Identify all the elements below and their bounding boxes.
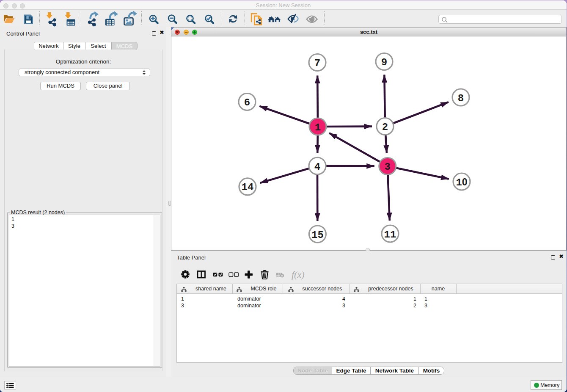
svg-text:6: 6 xyxy=(244,97,250,108)
svg-text:4: 4 xyxy=(314,161,320,173)
svg-text:11: 11 xyxy=(384,229,396,240)
svg-text:8: 8 xyxy=(458,93,464,104)
svg-text:f(x): f(x) xyxy=(292,269,305,280)
svg-text:15: 15 xyxy=(311,229,324,241)
svg-text:7: 7 xyxy=(314,58,320,69)
svg-text:10: 10 xyxy=(456,177,467,188)
svg-text:2: 2 xyxy=(382,121,388,133)
svg-text:14: 14 xyxy=(242,182,254,193)
svg-text:1: 1 xyxy=(315,122,321,133)
svg-text:9: 9 xyxy=(381,57,387,68)
svg-text:3: 3 xyxy=(385,161,391,173)
